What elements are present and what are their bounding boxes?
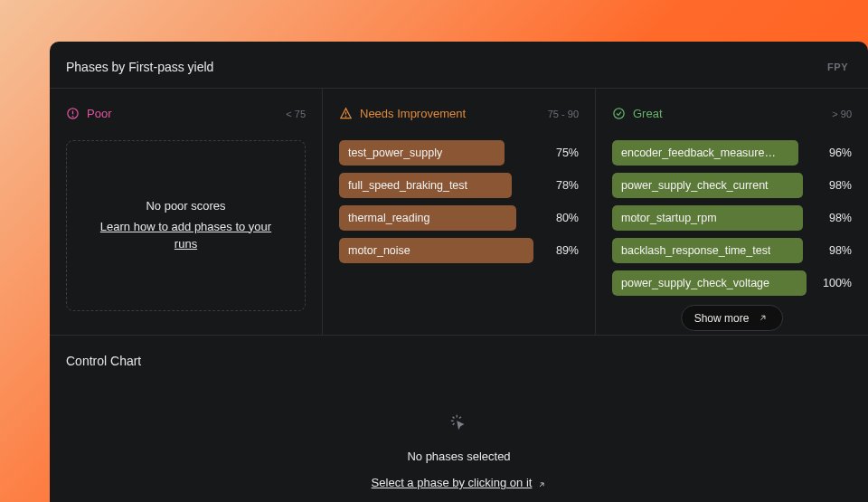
phase-percent: 98% (816, 244, 852, 257)
warning-triangle-icon (339, 107, 353, 120)
phase-row[interactable]: backlash_response_time_test98% (612, 238, 852, 263)
show-more-button[interactable]: Show more (681, 305, 784, 331)
great-rows: encoder_feedback_measure…96%power_supply… (612, 140, 852, 296)
panel-header: Phases by First-pass yield FPY (50, 42, 868, 88)
control-chart-title: Control Chart (66, 354, 852, 368)
phase-row[interactable]: encoder_feedback_measure…96% (612, 140, 852, 166)
phase-bar: full_speed_braking_test (339, 173, 533, 198)
svg-line-8 (452, 417, 454, 419)
phase-name: motor_noise (348, 244, 410, 257)
column-needs: Needs Improvement 75 - 90 test_power_sup… (322, 89, 595, 335)
arrow-up-right-icon (756, 311, 769, 325)
learn-phases-link[interactable]: Learn how to add phases to your runs (91, 218, 281, 253)
phase-row[interactable]: power_supply_check_voltage100% (612, 270, 852, 296)
phase-bar: power_supply_check_current (612, 173, 807, 198)
column-great-range: > 90 (832, 109, 852, 119)
cursor-click-icon (449, 413, 469, 437)
phase-bar: power_supply_check_voltage (612, 270, 807, 296)
poor-empty-title: No poor scores (146, 199, 225, 213)
control-chart-section: Control Chart No phases selected Select … (50, 335, 868, 502)
control-empty-state: No phases selected Select a phase by cli… (66, 413, 852, 489)
panel-badge: FPY (827, 62, 848, 72)
panel-title: Phases by First-pass yield (66, 60, 213, 74)
phase-row[interactable]: test_power_supply75% (339, 140, 579, 166)
phase-bar: encoder_feedback_measure… (612, 140, 807, 166)
phase-percent: 89% (542, 244, 579, 257)
column-great-header: Great > 90 (612, 107, 852, 120)
phase-name: full_speed_braking_test (348, 179, 467, 192)
phase-percent: 78% (542, 179, 579, 192)
check-circle-icon (612, 107, 626, 120)
phase-percent: 75% (542, 147, 579, 159)
svg-line-9 (459, 417, 461, 419)
phase-name: encoder_feedback_measure… (621, 147, 776, 159)
column-poor: Poor < 75 No poor scores Learn how to ad… (50, 89, 322, 335)
phase-bar: motor_noise (339, 238, 533, 263)
phase-row[interactable]: thermal_reading80% (339, 205, 579, 231)
column-needs-range: 75 - 90 (548, 109, 579, 119)
column-poor-range: < 75 (286, 109, 306, 119)
svg-point-5 (614, 109, 624, 118)
svg-line-10 (452, 423, 454, 425)
column-needs-header: Needs Improvement 75 - 90 (339, 107, 579, 120)
needs-rows: test_power_supply75%full_speed_braking_t… (339, 140, 579, 263)
phase-columns: Poor < 75 No poor scores Learn how to ad… (50, 88, 868, 335)
phase-bar: test_power_supply (339, 140, 533, 166)
phase-name: thermal_reading (348, 212, 429, 224)
phase-percent: 98% (816, 212, 852, 224)
phases-panel: Phases by First-pass yield FPY Poor < 75 (50, 42, 868, 502)
select-phase-link-label: Select a phase by clicking on it (372, 476, 533, 489)
phase-bar: motor_startup_rpm (612, 205, 807, 231)
external-link-icon (537, 478, 546, 488)
column-poor-label: Poor (87, 107, 111, 120)
phase-row[interactable]: power_supply_check_current98% (612, 173, 852, 198)
phase-name: motor_startup_rpm (621, 212, 717, 224)
control-empty-msg: No phases selected (407, 450, 510, 463)
column-needs-label: Needs Improvement (360, 107, 466, 120)
phase-name: test_power_supply (348, 147, 442, 159)
column-great: Great > 90 encoder_feedback_measure…96%p… (595, 89, 868, 335)
show-more-label: Show more (694, 312, 750, 325)
phase-name: power_supply_check_current (621, 179, 769, 192)
svg-point-2 (72, 116, 73, 117)
column-poor-header: Poor < 75 (66, 107, 306, 120)
phase-bar: backlash_response_time_test (612, 238, 807, 263)
phase-row[interactable]: motor_noise89% (339, 238, 579, 263)
phase-percent: 96% (816, 147, 852, 159)
phase-percent: 80% (542, 212, 579, 224)
phase-percent: 100% (816, 277, 852, 289)
poor-empty-state: No poor scores Learn how to add phases t… (66, 140, 306, 311)
phase-row[interactable]: motor_startup_rpm98% (612, 205, 852, 231)
phase-percent: 98% (816, 179, 852, 192)
select-phase-link[interactable]: Select a phase by clicking on it (372, 476, 547, 489)
phase-name: backlash_response_time_test (621, 244, 770, 257)
column-great-label: Great (633, 107, 663, 120)
phase-bar: thermal_reading (339, 205, 533, 231)
phase-name: power_supply_check_voltage (621, 277, 769, 289)
svg-point-4 (345, 116, 346, 117)
phase-row[interactable]: full_speed_braking_test78% (339, 173, 579, 198)
alert-circle-icon (66, 107, 80, 120)
